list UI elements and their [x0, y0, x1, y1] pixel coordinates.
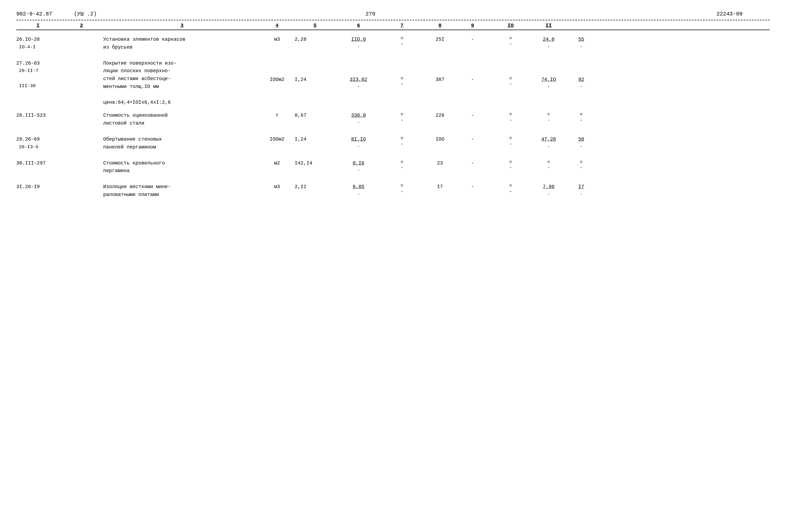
row-code-26: 26.IO-28 IO-4-I	[16, 35, 60, 51]
row-desc-31: Изоляция жесткими мине-раловатными плита…	[103, 183, 261, 199]
table-row: 30.III-297 Стоимость кровельногопергамин…	[16, 159, 770, 175]
row-qty-31: 2,I2	[293, 183, 337, 191]
row-col11-27: 92 -	[565, 59, 598, 90]
row-unit-27: IOOм2	[261, 59, 293, 83]
row-col10-27: 74,IO -	[532, 59, 565, 90]
col-header-9: 9	[456, 23, 489, 28]
row-col9-28: =-	[489, 112, 532, 123]
row-col8-30: -	[456, 159, 489, 167]
row-col6-26: =-	[380, 35, 424, 47]
row-qty-30: I42,I4	[293, 159, 337, 167]
doc-code: 22243-09	[716, 11, 743, 17]
row-col5-27: 3I3,02 -	[337, 59, 380, 90]
page-number: 279	[366, 11, 375, 17]
schema-label: (УШ .2)	[74, 11, 97, 17]
row-col10-29: 47,20 -	[532, 136, 565, 150]
row-qty-29: I,24	[293, 136, 337, 143]
row-desc-29: Обертывание стеновыхпанелей пергамином	[103, 136, 261, 151]
col-header-1: I	[16, 23, 60, 28]
col-header-5: 5	[293, 23, 337, 28]
table-row: 26.IO-28 IO-4-I Установка элементов карк…	[16, 35, 770, 51]
col-header-3: 3	[103, 23, 261, 28]
col-header-6: 6	[337, 23, 380, 28]
row-col10-30: =-	[532, 159, 565, 171]
col-header-7: 7	[380, 23, 424, 28]
row-col10-28: =-	[532, 112, 565, 123]
row-unit-30: м2	[261, 159, 293, 167]
row-desc-28: Стоимость оцинкованнойлистовой стали	[103, 112, 261, 127]
column-headers: I 2 3 4 5 6 7 8 9 IO II	[16, 23, 770, 30]
row-col5-31: 8,05 -	[337, 183, 380, 198]
col-header-4: 4	[261, 23, 293, 28]
doc-number: 902-9-42.87	[16, 11, 52, 17]
row-desc-27: Покрытие поверхности изо-ляции плоских п…	[103, 59, 261, 106]
row-col8-28: -	[456, 112, 489, 119]
row-col6-29: =-	[380, 136, 424, 147]
row-col9-29: =-	[489, 136, 532, 147]
row-col5-26: IIO,0 -	[337, 35, 380, 50]
row-col9-26: =-	[489, 35, 532, 47]
row-col8-31: -	[456, 183, 489, 191]
row-unit-28: т	[261, 112, 293, 119]
table-row: 29.26-69 26-I3-5 Обертывание стеновыхпан…	[16, 136, 770, 151]
col-header-8: 8	[424, 23, 456, 28]
row-col5-28: 338,0 -	[337, 112, 380, 126]
table-row: 27.26-63 26-II-7 III-30 Покрытие поверхн…	[16, 59, 770, 106]
row-col7-29: IOO	[424, 136, 456, 143]
row-col5-30: 0,I6 -	[337, 159, 380, 174]
row-col6-27: =-	[380, 59, 424, 88]
row-code-29: 29.26-69 26-I3-5	[16, 136, 60, 151]
row-col6-30: =-	[380, 159, 424, 171]
row-col6-31: =-	[380, 183, 424, 195]
table-row: 28.III-523 Стоимость оцинкованнойлистово…	[16, 112, 770, 127]
header-divider	[16, 20, 770, 20]
row-qty-28: 0,67	[293, 112, 337, 119]
row-unit-26: м3	[261, 35, 293, 43]
row-col10-26: 24,0 -	[532, 35, 565, 50]
col-header-2: 2	[60, 23, 103, 28]
row-unit-31: м3	[261, 183, 293, 191]
row-col7-26: 25I	[424, 35, 456, 43]
row-qty-26: 2,28	[293, 35, 337, 43]
row-col8-27: -	[456, 59, 489, 83]
row-col11-30: =-	[565, 159, 598, 171]
row-col11-29: 58 -	[565, 136, 598, 150]
row-col11-26: 55 -	[565, 35, 598, 50]
row-col11-28: =-	[565, 112, 598, 123]
row-col9-31: =-	[489, 183, 532, 195]
row-desc-30: Стоимость кровельногопергамина	[103, 159, 261, 175]
row-col10-31: 7,90 -	[532, 183, 565, 198]
row-col8-29: -	[456, 136, 489, 143]
row-col9-30: =-	[489, 159, 532, 171]
col-header-11: II	[532, 23, 565, 28]
row-col6-28: =-	[380, 112, 424, 123]
row-col7-27: 387	[424, 59, 456, 83]
table-row: 3I.26-I9 Изоляция жесткими мине-раловатн…	[16, 183, 770, 199]
row-code-30: 30.III-297	[16, 159, 60, 167]
row-col7-28: 226	[424, 112, 456, 119]
row-code-27: 27.26-63 26-II-7 III-30	[16, 59, 60, 90]
row-col7-31: I7	[424, 183, 456, 191]
row-qty-27: I,24	[293, 59, 337, 83]
row-col9-27: =-	[489, 59, 532, 88]
row-col5-29: 8I,IO -	[337, 136, 380, 150]
row-code-31: 3I.26-I9	[16, 183, 60, 191]
row-col7-30: 23	[424, 159, 456, 167]
row-code-28: 28.III-523	[16, 112, 60, 119]
row-unit-29: IOOм2	[261, 136, 293, 143]
row-desc-26: Установка элементов каркасовиз брусьев	[103, 35, 261, 51]
col-header-10: IO	[489, 23, 532, 28]
row-col8-26: -	[456, 35, 489, 43]
row-col11-31: I7 -	[565, 183, 598, 198]
